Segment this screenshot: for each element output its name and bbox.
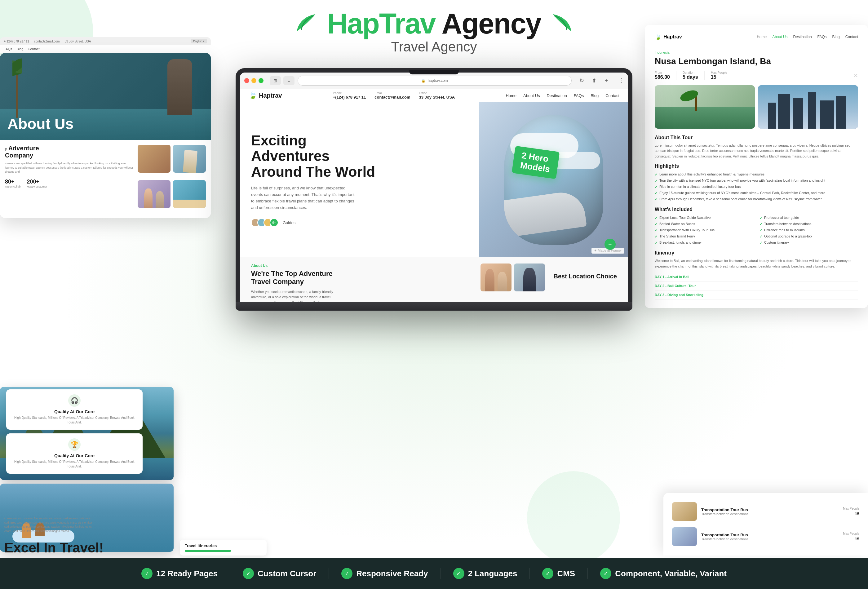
rb-max-value-2: 15	[843, 537, 859, 541]
language-select[interactable]: English ▾	[190, 39, 207, 43]
rb-tour-name-2: Transportation Tour Bus	[701, 533, 838, 537]
building-3	[793, 98, 803, 128]
hero-left: Exciting Adventures Around The World Lif…	[240, 102, 479, 257]
browser-dot-maximize[interactable]	[258, 78, 264, 83]
email-label: Email	[375, 92, 410, 95]
about-hero-image: About Us	[0, 53, 211, 140]
photo-grid	[138, 145, 206, 213]
office-value: 33 Joy Street, USA	[419, 95, 455, 99]
deco-circle-bottom-right	[527, 471, 620, 564]
feature-check-3: ✓	[341, 568, 353, 579]
rp-nav-destination[interactable]: Destination	[793, 35, 812, 39]
photo-2	[173, 145, 206, 173]
building-4	[808, 92, 816, 128]
itin-day-2: DAY 2 - Bali Cultural Tour	[655, 282, 858, 291]
hero-scroll-btn[interactable]: →	[604, 239, 616, 250]
share-btn[interactable]: ⬆	[589, 76, 599, 85]
rp-nav-contact[interactable]: Contact	[845, 35, 858, 39]
office-label: Office	[419, 92, 455, 95]
included-right-3: Entrance fees to museums	[760, 227, 858, 233]
hero-title-line2: Adventures	[251, 148, 329, 164]
left-nav-blog[interactable]: Blog	[17, 47, 24, 51]
rp-nav-faqs[interactable]: FAQs	[818, 35, 827, 39]
building-5	[820, 100, 834, 128]
rp-duration: Duration 5 days	[683, 71, 698, 80]
right-panel-card: 🍃 Haptrav Home About Us Destination FAQs…	[645, 25, 868, 308]
rp-itinerary-title: Itinerary	[655, 250, 858, 256]
quality-section: 🎧 Quality At Our Core High Quality Stand…	[6, 389, 143, 477]
left-nav-contact[interactable]: Contact	[28, 47, 40, 51]
highlight-4: Enjoy 15-minute guided walking tours of …	[655, 190, 858, 196]
browser-dot-minimize[interactable]	[251, 78, 256, 83]
laptop-outer: ⊞ ⌄ 🔒 haptrav.com ↻ ⬆ + ⋮⋮ 🍃 Hap	[236, 68, 632, 311]
building-1	[768, 103, 776, 128]
nav-about[interactable]: About Us	[523, 93, 540, 98]
site-logo[interactable]: 🍃 Haptrav	[249, 92, 282, 99]
browser-nav-btn[interactable]: ⌄	[283, 76, 294, 85]
rp-header: 🍃 Haptrav Home About Us Destination FAQs…	[655, 34, 858, 44]
included-left-2: Bottled Water on Buses	[655, 221, 753, 227]
rp-included-right: Professional tour guide Transfers betwee…	[760, 215, 858, 246]
rb-tour-image-1	[672, 502, 697, 521]
rp-breadcrumb: Indonesia	[655, 50, 858, 54]
site-header: 🍃 Haptrav Phone +(124) 678 917 11 Email …	[240, 89, 628, 102]
quality-card-1: 🎧 Quality At Our Core High Quality Stand…	[6, 389, 143, 430]
nav-destination[interactable]: Destination	[547, 93, 567, 98]
left-nav-faqs[interactable]: FAQs	[4, 47, 12, 51]
feature-check-5: ✓	[542, 568, 554, 579]
rb-tour-item-1: Transportation Tour Bus Transfers betwee…	[672, 499, 859, 524]
add-tab-btn[interactable]: +	[601, 76, 611, 85]
building-2	[778, 94, 790, 128]
email-value: contact@mail.com	[375, 95, 410, 99]
reload-btn[interactable]: ↻	[577, 76, 586, 85]
browser-tab-btn[interactable]: ⊞	[270, 76, 281, 85]
laptop-screen: ⊞ ⌄ 🔒 haptrav.com ↻ ⬆ + ⋮⋮ 🍃 Hap	[240, 72, 628, 302]
rp-nav-about[interactable]: About Us	[772, 35, 787, 39]
left-panel: +(124) 678 917 11 contact@mail.com 33 Jo…	[0, 37, 211, 218]
rb-tour-desc-2: Transfers between destinations	[701, 537, 838, 541]
rp-nav-blog[interactable]: Blog	[833, 35, 840, 39]
rp-image-1	[655, 85, 755, 128]
address-bar[interactable]: 🔒 haptrav.com	[298, 76, 572, 86]
duration-label: Duration	[683, 71, 698, 74]
rp-logo-text: Haptrav	[663, 34, 682, 40]
guide-avatars: 6+	[251, 218, 276, 227]
rp-logo[interactable]: 🍃 Haptrav	[655, 34, 682, 40]
airplane-wing	[504, 189, 587, 238]
site-logo-icon: 🍃	[249, 92, 257, 99]
adventure-section: p Adventure Company romantic escape fill…	[5, 145, 133, 213]
itin-day-3: DAY 3 - Diving and Snorkeling	[655, 291, 858, 300]
rp-from: From $86.00	[655, 71, 670, 80]
stat1-number: 80+	[5, 179, 21, 185]
included-right-1: Professional tour guide	[760, 215, 858, 221]
rp-about-title: About This Tour	[655, 135, 858, 140]
rp-images	[655, 85, 858, 128]
nav-contact[interactable]: Contact	[605, 93, 619, 98]
included-left-3: Transportation With Luxury Tour Bus	[655, 227, 753, 233]
left-header-phone: +(124) 678 917 11	[4, 40, 29, 43]
feature-label-6: Component, Variable, Variant	[615, 569, 727, 579]
apps-btn[interactable]: ⋮⋮	[614, 76, 624, 85]
nav-blog[interactable]: Blog	[590, 93, 599, 98]
guide-avatar-4: 6+	[270, 218, 278, 227]
rp-meta-divider-1	[676, 71, 676, 80]
quality-icon-2: 🏆	[68, 438, 81, 451]
feature-check-6: ✓	[600, 568, 611, 579]
feature-check-4: ✓	[453, 568, 464, 579]
nav-faqs[interactable]: FAQs	[574, 93, 584, 98]
rp-itinerary-list: DAY 1 - Arrival in Bali DAY 2 - Bali Cul…	[655, 273, 858, 300]
close-btn[interactable]: ✕	[853, 72, 858, 79]
feature-label-4: 2 Languages	[468, 569, 517, 579]
nav-home[interactable]: Home	[506, 93, 517, 98]
about-title: We're The Top Adventure Travel Company	[251, 270, 472, 286]
brand-tagline: Travel Agency	[391, 39, 477, 55]
rp-nav-home[interactable]: Home	[757, 35, 767, 39]
rp-title: Nusa Lembongan Island, Ba	[655, 56, 858, 66]
browser-dot-close[interactable]	[244, 78, 249, 83]
contact-email: Email contact@mail.com	[375, 92, 410, 99]
rb-tour-meta-1: Max People 15	[843, 507, 859, 516]
browser-actions: ↻ ⬆ + ⋮⋮	[577, 76, 624, 85]
stat1-label: nation collab	[5, 185, 21, 188]
highlight-1: Learn more about this activity's enhance…	[655, 171, 858, 178]
rp-about-desc: Lorem ipsum dolor sit amet consectetur. …	[655, 143, 858, 159]
